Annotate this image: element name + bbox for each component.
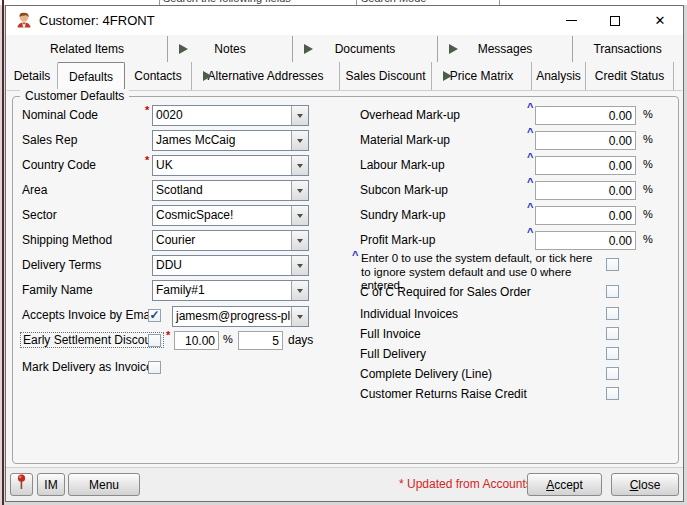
early-settlement-discount-checkbox[interactable]	[148, 334, 161, 347]
updated-from-accounts-status: * Updated from Accounts	[399, 473, 532, 496]
sundry-markup-input[interactable]	[535, 206, 636, 225]
subcon-markup-input[interactable]	[535, 181, 636, 200]
close-button[interactable]: ✕	[644, 6, 676, 35]
complete-delivery-line-checkbox[interactable]	[606, 367, 619, 380]
required-marker: *	[145, 104, 149, 116]
tab-label: Notes	[214, 42, 245, 56]
caret-marker: ^	[352, 249, 358, 261]
delivery-terms-combobox[interactable]: DDU	[152, 255, 309, 276]
delivery-terms-value: DDU	[153, 256, 291, 275]
tab-defaults[interactable]: Defaults	[57, 62, 125, 90]
tab-credit-status[interactable]: Credit Status	[585, 62, 673, 90]
close-dialog-button[interactable]: Close	[611, 473, 679, 496]
sector-combobox[interactable]: CosmicSpace!	[152, 205, 309, 226]
shipping-method-label: Shipping Method	[22, 233, 112, 247]
required-marker: *	[166, 329, 170, 341]
background-column-header: Search Mode	[361, 0, 426, 4]
minimize-button[interactable]	[555, 6, 587, 35]
c-of-c-required-checkbox[interactable]	[606, 285, 619, 298]
menu-button[interactable]: Menu	[68, 473, 140, 496]
overhead-markup-input[interactable]	[535, 106, 636, 125]
customer-returns-raise-credit-checkbox[interactable]	[606, 387, 619, 400]
tab-sales-discount[interactable]: Sales Discount	[339, 62, 431, 90]
full-invoice-label: Full Invoice	[360, 327, 421, 341]
tab-documents[interactable]: Documents	[292, 36, 437, 62]
dropdown-icon[interactable]	[291, 206, 308, 225]
tab-arrow-icon	[203, 71, 212, 81]
ignore-system-default-checkbox[interactable]	[606, 258, 619, 271]
background-column-header: Search the following fields	[163, 0, 291, 4]
tab-notes[interactable]: Notes	[167, 36, 292, 62]
full-invoice-checkbox[interactable]	[606, 327, 619, 340]
settlement-percent-input[interactable]	[174, 331, 219, 350]
material-markup-input[interactable]	[535, 131, 636, 150]
tab-related-items[interactable]: Related Items	[7, 36, 167, 62]
tab-messages[interactable]: Messages	[437, 36, 572, 62]
dropdown-icon[interactable]	[291, 231, 308, 250]
invoice-email-combobox[interactable]: jamesm@progress-plus.c	[172, 306, 309, 327]
close-icon: ✕	[655, 14, 666, 27]
tab-arrow-icon	[449, 44, 458, 54]
tab-transactions[interactable]: Transactions	[572, 36, 682, 62]
dropdown-icon[interactable]	[291, 256, 308, 275]
family-name-label: Family Name	[22, 283, 93, 297]
full-delivery-checkbox[interactable]	[606, 347, 619, 360]
accept-button[interactable]: Accept	[527, 473, 602, 496]
tab-label: Defaults	[69, 70, 113, 84]
sales-rep-value: James McCaig	[153, 131, 291, 150]
window-title: Customer: 4FRONT	[39, 6, 155, 35]
customer-avatar-icon	[15, 11, 33, 29]
early-settlement-discount-label: Early Settlement Discount	[20, 332, 164, 348]
caret-marker: ^	[527, 101, 533, 113]
tab-label: Related Items	[50, 42, 124, 56]
dropdown-icon[interactable]	[291, 281, 308, 300]
accepts-invoice-by-email-checkbox[interactable]: ✓	[148, 309, 161, 322]
sales-rep-label: Sales Rep	[22, 133, 77, 147]
titlebar[interactable]: Customer: 4FRONT ✕	[6, 6, 683, 35]
dropdown-icon[interactable]	[291, 307, 308, 326]
mark-delivery-as-invoiced-checkbox[interactable]	[148, 361, 161, 374]
caret-marker: ^	[527, 151, 533, 163]
nominal-code-value: 0020	[153, 106, 291, 125]
dropdown-icon[interactable]	[291, 106, 308, 125]
dropdown-icon[interactable]	[291, 156, 308, 175]
sundry-markup-label: Sundry Mark-up	[360, 208, 445, 222]
tab-contacts[interactable]: Contacts	[125, 62, 191, 90]
profit-markup-input[interactable]	[535, 231, 636, 250]
nominal-code-combobox[interactable]: 0020	[152, 105, 309, 126]
country-code-combobox[interactable]: UK	[152, 155, 309, 176]
sales-rep-combobox[interactable]: James McCaig	[152, 130, 309, 151]
tab-label: Credit Status	[595, 69, 664, 83]
settlement-days-input[interactable]	[238, 331, 283, 350]
sector-value: CosmicSpace!	[153, 206, 291, 225]
caret-marker: ^	[527, 176, 533, 188]
area-combobox[interactable]: Scotland	[152, 180, 309, 201]
pushpin-icon	[16, 474, 27, 490]
tab-label: Price Matrix	[450, 69, 513, 83]
dropdown-icon[interactable]	[291, 131, 308, 150]
tab-alternative-addresses[interactable]: Alternative Addresses	[191, 62, 339, 90]
tab-label: Alternative Addresses	[207, 69, 323, 83]
shipping-method-combobox[interactable]: Courier	[152, 230, 309, 251]
im-button[interactable]: IM	[37, 473, 65, 496]
groupbox-title: Customer Defaults	[20, 89, 129, 103]
customer-returns-raise-credit-label: Customer Returns Raise Credit	[360, 387, 527, 401]
individual-invoices-checkbox[interactable]	[606, 307, 619, 320]
tab-analysis[interactable]: Analysis	[531, 62, 585, 90]
dropdown-icon[interactable]	[291, 181, 308, 200]
tab-strip-filler	[673, 62, 682, 90]
tab-label: Details	[14, 69, 51, 83]
overhead-markup-label: Overhead Mark-up	[360, 108, 460, 122]
tab-label: Documents	[335, 42, 396, 56]
caret-marker: ^	[527, 226, 533, 238]
pin-button[interactable]	[10, 473, 33, 496]
mark-delivery-as-invoiced-label: Mark Delivery as Invoiced	[22, 360, 159, 374]
tab-details[interactable]: Details	[7, 62, 57, 90]
tab-label: Analysis	[536, 69, 581, 83]
labour-markup-input[interactable]	[535, 156, 636, 175]
full-delivery-label: Full Delivery	[360, 347, 426, 361]
maximize-button[interactable]	[599, 6, 631, 35]
family-name-combobox[interactable]: Family#1	[152, 280, 309, 301]
tab-price-matrix[interactable]: Price Matrix	[431, 62, 531, 90]
percent-suffix: %	[643, 158, 653, 170]
